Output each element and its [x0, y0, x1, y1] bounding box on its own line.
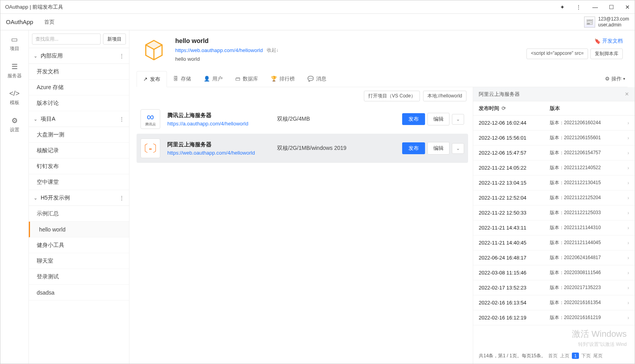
history-row[interactable]: 2022-11-22 13:04:15版本：20221122130415›	[473, 175, 635, 190]
tree-item[interactable]: 大盘测一测	[29, 127, 129, 143]
tree-item[interactable]: 版本讨论	[29, 95, 129, 111]
history-row[interactable]: 2022-11-21 14:43:11版本：20221121144310›	[473, 220, 635, 235]
nav-home[interactable]: 首页	[44, 19, 54, 26]
sidebar-servers[interactable]: ☰ 服务器	[7, 62, 22, 79]
history-row[interactable]: 2022-12-06 16:02:44版本：20221206160244›	[473, 116, 635, 131]
settings-icon: ⚙	[11, 116, 18, 125]
user-avatar-icon: 📰	[584, 17, 595, 28]
page-current: 1	[572, 353, 579, 359]
history-row[interactable]: 2022-11-22 14:05:22版本：20221122140522›	[473, 161, 635, 175]
history-version: 版本：20221121144045	[550, 239, 628, 246]
tab-存储[interactable]: 🗄存储	[167, 71, 197, 87]
page-last[interactable]: 尾页	[593, 353, 603, 359]
history-row[interactable]: 2022-12-06 15:56:01版本：20221206155601›	[473, 131, 635, 146]
tree-item[interactable]: dsadsa	[29, 285, 129, 301]
tree-item[interactable]: 开发文档	[29, 64, 129, 80]
projects-icon: ▭	[11, 35, 18, 44]
group-menu-icon[interactable]: ⋮	[119, 195, 124, 201]
page-first[interactable]: 首页	[548, 353, 558, 359]
server-spec: 双核/2G/1MB/windows 2019	[277, 145, 395, 152]
server-url[interactable]: https://a.oauthapp.com/4/helloworld	[167, 121, 270, 127]
tab-label: 用户	[212, 75, 223, 82]
history-row[interactable]: 2022-11-22 12:52:04版本：20221122125204›	[473, 190, 635, 205]
tree-item[interactable]: 钉钉发布	[29, 159, 129, 174]
extension-icon[interactable]: ✦	[560, 4, 565, 10]
server-url[interactable]: https://web.oauthapp.com/4/helloworld	[167, 150, 270, 156]
navbar: OAuthApp 首页 📰 123@123.com user,admin	[0, 14, 635, 30]
page-next[interactable]: 下页	[581, 353, 591, 359]
history-row[interactable]: 2022-02-17 13:52:23版本：20220217135223›	[473, 280, 635, 295]
tree-item[interactable]: 登录测试	[29, 269, 129, 285]
tab-用户[interactable]: 👤用户	[197, 71, 229, 87]
dropdown-button[interactable]: ⌄	[452, 143, 464, 154]
edit-button[interactable]: 编辑	[427, 113, 450, 125]
tree-group-header[interactable]: ⌄项目A⋮	[29, 111, 129, 127]
more-icon[interactable]: ⋮	[576, 4, 581, 10]
server-row[interactable]: 〔-〕 阿里云上海服务器 https://web.oauthapp.com/4/…	[137, 134, 468, 163]
tab-排行榜[interactable]: 🏆排行榜	[264, 71, 301, 87]
tree-item[interactable]: 空中课堂	[29, 174, 129, 190]
publish-button[interactable]: 发布	[402, 113, 425, 125]
tree-item[interactable]: hello world	[29, 222, 129, 237]
history-time: 2022-02-16 16:13:54	[479, 300, 550, 306]
history-time: 2022-03-08 11:15:46	[479, 270, 550, 276]
project-url[interactable]: https://web.oauthapp.com/4/helloworld	[175, 47, 263, 53]
history-row[interactable]: 2022-06-24 16:48:17版本：20220624164817›	[473, 250, 635, 265]
page-prev[interactable]: 上页	[560, 353, 569, 359]
tree-item[interactable]: 示例汇总	[29, 206, 129, 222]
titlebar: OAuthapp | 前端发布工具 ✦ ⋮ — ☐ ✕	[0, 0, 635, 14]
tab-发布[interactable]: ↗发布	[137, 71, 167, 87]
operations-button[interactable]: ⚙ 操作 ▾	[603, 75, 628, 82]
history-row[interactable]: 2022-02-16 16:12:19版本：20220216161219›	[473, 310, 635, 325]
user-roles: user,admin	[598, 22, 629, 28]
refresh-icon[interactable]: ⟳	[502, 105, 506, 111]
history-row[interactable]: 2022-11-22 12:50:33版本：20221122125033›	[473, 205, 635, 220]
dropdown-button[interactable]: ⌄	[452, 114, 464, 125]
history-time: 2022-11-22 12:50:33	[479, 210, 550, 216]
sidebar-settings[interactable]: ⚙ 设置	[10, 116, 19, 133]
local-path-chip[interactable]: 本地://helloworld	[423, 91, 466, 101]
close-panel-icon[interactable]: ✕	[625, 91, 629, 97]
maximize-icon[interactable]: ☐	[609, 4, 614, 10]
history-row[interactable]: 2022-12-06 15:47:57版本：20221206154757›	[473, 146, 635, 161]
dev-doc-link[interactable]: 🔖 开发文档	[594, 37, 623, 45]
tree-item[interactable]: 健身小工具	[29, 237, 129, 253]
sidebar-projects[interactable]: ▭ 项目	[10, 35, 19, 52]
tree-group-header[interactable]: ⌄内部应用⋮	[29, 48, 129, 64]
tree-item[interactable]: 核酸记录	[29, 143, 129, 159]
script-snippet[interactable]: <script id="appcore" src=	[526, 49, 588, 59]
copy-script-button[interactable]: 复制脚本库	[590, 49, 623, 59]
chevron-right-icon: ›	[628, 180, 629, 186]
minimize-icon[interactable]: —	[592, 4, 598, 10]
group-menu-icon[interactable]: ⋮	[119, 53, 124, 59]
collapse-toggle[interactable]: 收起↓	[267, 47, 279, 54]
group-label: H5开发示例	[41, 194, 119, 202]
tree-item[interactable]: 聊天室	[29, 253, 129, 269]
tab-icon: 👤	[204, 76, 210, 82]
history-time: 2022-11-22 14:05:22	[479, 165, 550, 171]
close-icon[interactable]: ✕	[625, 4, 630, 10]
history-row[interactable]: 2022-11-21 14:40:45版本：20221121144045›	[473, 235, 635, 250]
history-version: 版本：20221122125033	[550, 209, 628, 216]
tab-消息[interactable]: 💬消息	[301, 71, 333, 87]
brand[interactable]: OAuthApp	[6, 19, 33, 25]
server-row[interactable]: ∞腾讯云 腾讯云上海服务器 https://a.oauthapp.com/4/h…	[137, 105, 468, 134]
history-row[interactable]: 2022-02-16 16:13:54版本：20220216161354›	[473, 295, 635, 310]
new-project-button[interactable]: 新项目	[103, 34, 126, 45]
tab-icon: 💬	[307, 76, 314, 82]
tabs: ↗发布🗄存储👤用户🗃数据库🏆排行榜💬消息 ⚙ 操作 ▾	[137, 71, 628, 87]
gear-icon: ⚙	[605, 76, 610, 82]
open-vscode-button[interactable]: 打开项目（VS Code）	[364, 91, 420, 101]
group-menu-icon[interactable]: ⋮	[119, 116, 124, 122]
history-time: 2022-12-06 15:56:01	[479, 135, 550, 141]
history-time: 2022-02-16 16:12:19	[479, 315, 550, 321]
search-input[interactable]: 查找应用...	[32, 34, 101, 45]
publish-button[interactable]: 发布	[402, 142, 425, 154]
user-menu[interactable]: 📰 123@123.com user,admin	[584, 16, 629, 28]
tree-group-header[interactable]: ⌄H5开发示例⋮	[29, 190, 129, 206]
history-row[interactable]: 2022-03-08 11:15:46版本：20220308111546›	[473, 265, 635, 280]
tree-item[interactable]: Azure 存储	[29, 80, 129, 95]
sidebar-templates[interactable]: </> 模板	[9, 90, 19, 106]
edit-button[interactable]: 编辑	[427, 142, 450, 155]
tab-数据库[interactable]: 🗃数据库	[229, 71, 264, 87]
